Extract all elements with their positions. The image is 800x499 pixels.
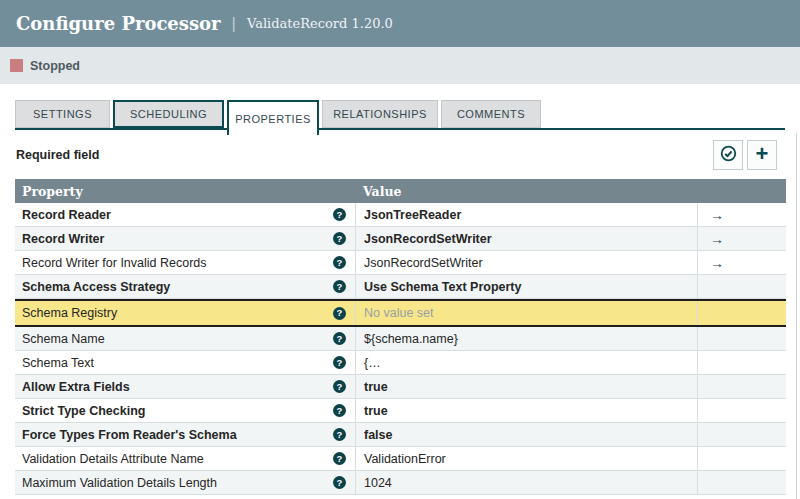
dialog-title: Configure Processor <box>16 13 221 34</box>
goto-cell <box>697 471 786 494</box>
table-row-validation-details-attr[interactable]: Validation Details Attribute Name ? Vali… <box>15 447 786 471</box>
properties-table: Property Value Record Reader ? JsonTreeR… <box>15 179 786 495</box>
property-value-cell[interactable]: 1024 <box>355 471 697 494</box>
property-value: Use Schema Text Property <box>364 280 521 294</box>
table-row-record-writer-invalid[interactable]: Record Writer for Invalid Records ? Json… <box>15 251 786 275</box>
property-value-cell[interactable]: false <box>355 423 697 446</box>
verify-properties-button[interactable] <box>713 140 743 170</box>
property-name-cell: Force Types From Reader's Schema ? <box>15 423 355 446</box>
help-icon[interactable]: ? <box>333 404 346 417</box>
tab-relationships-label: RELATIONSHIPS <box>333 108 427 120</box>
property-value-cell[interactable]: true <box>355 375 697 398</box>
property-name-cell: Record Writer for Invalid Records ? <box>15 251 355 274</box>
property-name: Schema Access Strategy <box>22 280 170 294</box>
goto-service-arrow-icon[interactable]: → <box>710 256 724 270</box>
property-value-cell[interactable]: No value set <box>355 301 697 325</box>
tab-settings[interactable]: SETTINGS <box>15 100 110 128</box>
tab-properties[interactable]: PROPERTIES <box>227 100 319 135</box>
property-value-cell[interactable]: Use Schema Text Property <box>355 275 697 298</box>
help-icon[interactable]: ? <box>333 476 346 489</box>
help-icon[interactable]: ? <box>333 307 346 320</box>
property-name-cell: Validation Details Attribute Name ? <box>15 447 355 470</box>
property-value: true <box>364 404 388 418</box>
goto-cell <box>697 447 786 470</box>
column-header-value: Value <box>355 184 401 199</box>
goto-cell <box>697 375 786 398</box>
property-value-cell[interactable]: JsonTreeReader <box>355 203 697 226</box>
table-body: Record Reader ? JsonTreeReader → Record … <box>15 203 786 495</box>
property-name-cell: Record Reader ? <box>15 203 355 226</box>
processor-name-version: ValidateRecord 1.20.0 <box>247 16 393 31</box>
help-icon[interactable]: ? <box>333 356 346 369</box>
property-value: true <box>364 380 388 394</box>
property-value: false <box>364 428 393 442</box>
property-value: JsonTreeReader <box>364 208 461 222</box>
property-name: Validation Details Attribute Name <box>22 452 204 466</box>
property-value-cell[interactable]: ValidationError <box>355 447 697 470</box>
help-icon[interactable]: ? <box>333 380 346 393</box>
property-name: Record Reader <box>22 208 111 222</box>
property-value-cell[interactable]: ${schema.name} <box>355 327 697 350</box>
goto-cell: → <box>697 251 786 274</box>
status-label: Stopped <box>30 59 80 73</box>
help-icon[interactable]: ? <box>333 332 346 345</box>
check-circle-icon <box>720 145 737 166</box>
table-row-schema-name[interactable]: Schema Name ? ${schema.name} <box>15 327 786 351</box>
goto-service-arrow-icon[interactable]: → <box>710 232 724 246</box>
property-value-cell[interactable]: JsonRecordSetWriter <box>355 227 697 250</box>
table-row-allow-extra-fields[interactable]: Allow Extra Fields ? true <box>15 375 786 399</box>
table-row-schema-text[interactable]: Schema Text ? {… <box>15 351 786 375</box>
tab-comments[interactable]: COMMENTS <box>441 100 541 128</box>
help-icon[interactable]: ? <box>333 232 346 245</box>
property-name-cell: Record Writer ? <box>15 227 355 250</box>
required-field-note: Required field <box>16 148 99 162</box>
property-name: Record Writer for Invalid Records <box>22 256 207 270</box>
table-row-record-reader[interactable]: Record Reader ? JsonTreeReader → <box>15 203 786 227</box>
plus-icon: + <box>756 143 769 165</box>
help-icon[interactable]: ? <box>333 452 346 465</box>
dialog-header: Configure Processor | ValidateRecord 1.2… <box>0 0 800 47</box>
tab-properties-label: PROPERTIES <box>235 113 311 125</box>
property-value-unset: No value set <box>364 306 433 320</box>
help-icon[interactable]: ? <box>333 208 346 221</box>
table-row-force-types[interactable]: Force Types From Reader's Schema ? false <box>15 423 786 447</box>
tab-comments-label: COMMENTS <box>457 108 525 120</box>
goto-cell <box>697 275 786 298</box>
goto-cell <box>697 423 786 446</box>
property-name-cell: Allow Extra Fields ? <box>15 375 355 398</box>
help-icon[interactable]: ? <box>333 280 346 293</box>
goto-cell <box>697 301 786 325</box>
property-name: Schema Text <box>22 356 94 370</box>
add-property-button[interactable]: + <box>747 140 777 170</box>
tab-relationships[interactable]: RELATIONSHIPS <box>322 100 438 128</box>
property-value-cell[interactable]: true <box>355 399 697 422</box>
goto-cell <box>697 327 786 350</box>
goto-cell: → <box>697 227 786 250</box>
goto-service-arrow-icon[interactable]: → <box>710 208 724 222</box>
goto-cell <box>697 399 786 422</box>
table-row-schema-registry-highlighted[interactable]: Schema Registry ? No value set <box>15 299 786 327</box>
property-name: Allow Extra Fields <box>22 380 130 394</box>
property-value-cell[interactable]: {… <box>355 351 697 374</box>
help-icon[interactable]: ? <box>333 428 346 441</box>
property-name-cell: Maximum Validation Details Length ? <box>15 471 355 494</box>
table-row-max-validation-details-length[interactable]: Maximum Validation Details Length ? 1024 <box>15 471 786 495</box>
panel-right-edge <box>796 133 797 499</box>
property-name-cell: Schema Access Strategy ? <box>15 275 355 298</box>
property-value: ValidationError <box>364 452 446 466</box>
table-row-schema-access-strategy[interactable]: Schema Access Strategy ? Use Schema Text… <box>15 275 786 299</box>
property-name-cell: Schema Text ? <box>15 351 355 374</box>
tab-settings-label: SETTINGS <box>33 108 92 120</box>
property-name: Record Writer <box>22 232 104 246</box>
table-row-strict-type-checking[interactable]: Strict Type Checking ? true <box>15 399 786 423</box>
property-value: {… <box>364 356 381 370</box>
stopped-icon <box>10 59 23 72</box>
goto-cell <box>697 351 786 374</box>
status-bar: Stopped <box>0 47 800 84</box>
property-name: Schema Registry <box>22 306 117 320</box>
table-row-record-writer[interactable]: Record Writer ? JsonRecordSetWriter → <box>15 227 786 251</box>
help-icon[interactable]: ? <box>333 256 346 269</box>
property-value-cell[interactable]: JsonRecordSetWriter <box>355 251 697 274</box>
property-name: Strict Type Checking <box>22 404 145 418</box>
tab-scheduling[interactable]: SCHEDULING <box>113 100 224 128</box>
